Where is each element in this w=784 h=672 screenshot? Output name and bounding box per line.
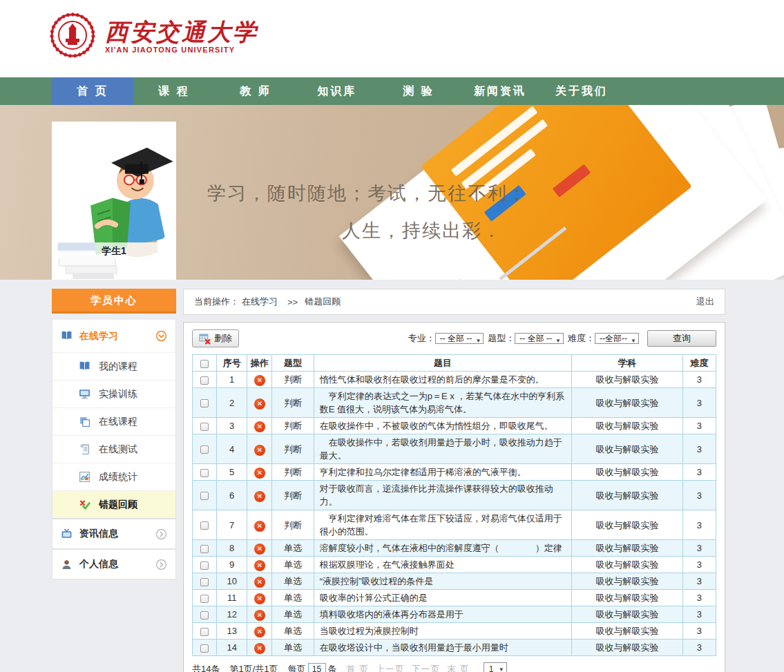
row-index: 2 — [217, 388, 247, 418]
table-row: 11 ✕ 单选 吸收率的计算公式正确的是 吸收与解吸实验 3 — [193, 590, 716, 606]
layers-icon — [79, 416, 90, 428]
sidebar-header-student-center[interactable]: 学员中心 — [52, 289, 176, 314]
sidebar-section[interactable]: 资讯信息 — [52, 518, 175, 548]
delete-row-icon[interactable]: ✕ — [254, 399, 265, 410]
breadcrumb-online-study[interactable]: 在线学习 — [242, 296, 278, 308]
nav-item[interactable]: 新闻资讯 — [459, 77, 541, 105]
row-difficulty: 3 — [682, 481, 716, 510]
row-difficulty: 3 — [682, 510, 716, 540]
row-checkbox-cell — [193, 481, 217, 510]
table-row: 1 ✕ 判断 惰性气体和吸收剂在吸收过程的前后的摩尔量是不变的。 吸收与解吸实验… — [193, 372, 716, 388]
delete-row-icon[interactable]: ✕ — [254, 521, 265, 532]
row-checkbox[interactable] — [200, 578, 209, 586]
page-link[interactable]: 下一页 — [411, 664, 440, 672]
breadcrumb-separator: >> — [287, 297, 298, 307]
sidebar-subitem[interactable]: 在线课程 — [52, 407, 175, 435]
filter-select[interactable]: -- 全部 -- — [515, 333, 564, 344]
delete-button[interactable]: 删除 — [192, 329, 239, 347]
row-index: 6 — [217, 481, 247, 510]
page-link[interactable]: 末 页 — [447, 664, 470, 672]
delete-row-icon[interactable]: ✕ — [254, 445, 265, 456]
sidebar-subitem[interactable]: 错题回顾 — [52, 490, 175, 518]
row-checkbox[interactable] — [200, 399, 209, 407]
delete-row-icon[interactable]: ✕ — [254, 375, 265, 386]
row-checkbox[interactable] — [200, 628, 209, 636]
sidebar-subitem-label: 错题回顾 — [99, 499, 137, 511]
nav-item[interactable]: 测 验 — [378, 77, 459, 105]
row-difficulty: 3 — [682, 573, 716, 590]
select-all-checkbox[interactable] — [200, 360, 209, 368]
row-type: 判断 — [272, 434, 314, 464]
delete-row-icon[interactable]: ✕ — [254, 626, 265, 637]
row-checkbox[interactable] — [200, 469, 209, 477]
sidebar-subitem-label: 在线测试 — [99, 443, 137, 456]
delete-row-icon[interactable]: ✕ — [254, 577, 265, 588]
table-row: 4 ✕ 判断 在吸收操作中，若吸收剂用量趋于最小时，吸收推动力趋于最大。 吸收与… — [193, 434, 716, 464]
delete-row-icon[interactable]: ✕ — [254, 643, 265, 654]
nav-item[interactable]: 知识库 — [296, 77, 378, 105]
row-checkbox[interactable] — [200, 611, 209, 620]
sidebar-subitem[interactable]: 在线测试 — [52, 435, 175, 463]
delete-row-icon[interactable]: ✕ — [254, 593, 265, 604]
row-checkbox[interactable] — [200, 445, 209, 454]
row-subject: 吸收与解吸实验 — [572, 540, 683, 557]
row-checkbox[interactable] — [200, 492, 209, 500]
delete-row-icon[interactable]: ✕ — [254, 491, 265, 502]
row-checkbox[interactable] — [200, 595, 209, 603]
filter-select[interactable]: --全部-- — [595, 333, 639, 344]
university-name-cn: 西安交通大学 — [105, 19, 258, 44]
row-question: 根据双膜理论，在气液接触界面处 — [314, 557, 571, 573]
row-operation-cell: ✕ — [247, 464, 272, 481]
sidebar-subitem-label: 我的课程 — [99, 361, 137, 373]
delete-row-icon[interactable]: ✕ — [254, 421, 265, 432]
row-operation-cell: ✕ — [247, 540, 272, 557]
nav-item[interactable]: 教 师 — [215, 77, 296, 105]
delete-row-icon[interactable]: ✕ — [254, 560, 265, 571]
row-question: 对于吸收而言，逆流操作比并流操作课获得较大的吸收推动力。 — [314, 481, 571, 510]
delete-row-icon[interactable]: ✕ — [254, 610, 265, 621]
student-card[interactable]: 学生1 — [52, 122, 176, 280]
page-link[interactable]: 首 页 — [347, 664, 370, 672]
row-checkbox-cell — [193, 418, 217, 434]
row-difficulty: 3 — [682, 606, 716, 623]
logout-link[interactable]: 退出 — [696, 296, 714, 308]
row-operation-cell: ✕ — [247, 434, 272, 464]
row-index: 8 — [217, 540, 247, 557]
row-question: 亨利定律和拉乌尔定律都适用于稀溶液的气液平衡。 — [314, 464, 571, 481]
row-checkbox-cell — [193, 557, 217, 573]
delete-row-icon[interactable]: ✕ — [254, 544, 265, 555]
row-question: 在吸收塔设计中，当吸收剂用量趋于最小用量时 — [314, 640, 571, 656]
filter-select[interactable]: -- 全部 -- — [435, 333, 484, 344]
delete-row-icon[interactable]: ✕ — [254, 468, 265, 479]
row-checkbox[interactable] — [200, 521, 209, 530]
row-subject: 吸收与解吸实验 — [572, 434, 683, 464]
sidebar-subitem[interactable]: 我的课程 — [52, 352, 175, 380]
sidebar-item-online-study[interactable]: 在线学习 — [52, 319, 175, 352]
row-checkbox[interactable] — [200, 376, 209, 385]
per-page-input[interactable] — [308, 663, 326, 672]
row-question: 当吸收过程为液膜控制时 — [314, 623, 571, 640]
row-type: 单选 — [272, 573, 314, 590]
row-checkbox[interactable] — [200, 561, 209, 570]
query-button[interactable]: 查询 — [647, 330, 716, 347]
page-select[interactable]: 1 — [484, 662, 507, 672]
university-logo[interactable]: 西安交通大学 XI'AN JIAOTONG UNIVERSITY — [50, 12, 258, 61]
row-index: 9 — [217, 557, 247, 573]
row-checkbox[interactable] — [200, 423, 209, 431]
page-link[interactable]: 上一页 — [376, 664, 405, 672]
pagination: 共14条 第1页/共1页 每页 条 首 页 上一页 下一页 末 页 1 — [192, 662, 716, 672]
row-type: 判断 — [272, 388, 314, 418]
row-checkbox-cell — [193, 606, 217, 623]
sidebar-section[interactable]: 个人信息 — [52, 548, 175, 579]
row-subject: 吸收与解吸实验 — [572, 464, 683, 481]
row-index: 14 — [217, 640, 247, 656]
nav-item[interactable]: 首 页 — [52, 77, 133, 105]
row-operation-cell: ✕ — [247, 418, 272, 434]
sidebar-subitem[interactable]: 实操训练 — [52, 380, 175, 407]
nav-item[interactable]: 课 程 — [133, 77, 215, 105]
row-checkbox[interactable] — [200, 644, 209, 653]
row-type: 判断 — [272, 510, 314, 540]
nav-item[interactable]: 关于我们 — [541, 77, 622, 105]
row-checkbox[interactable] — [200, 545, 209, 553]
sidebar-subitem[interactable]: 成绩统计 — [52, 463, 175, 490]
